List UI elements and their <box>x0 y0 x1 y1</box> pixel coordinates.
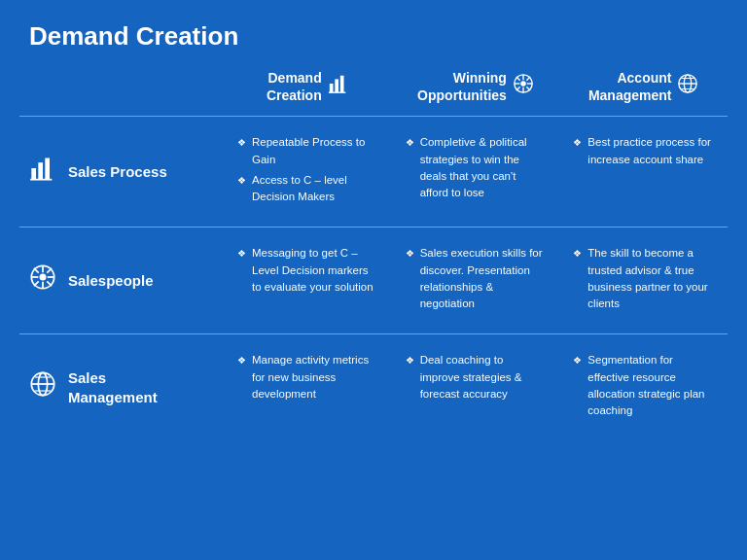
header-demand-creation: DemandCreation <box>224 61 392 112</box>
main-container: DemandCreation WinningOpportunities <box>0 61 747 450</box>
svg-rect-0 <box>330 84 334 92</box>
globe-header-icon <box>677 73 698 100</box>
svg-rect-20 <box>38 163 43 181</box>
bullet-text: Access to C – level Decision Makers <box>252 172 378 206</box>
sales-management-row: SalesManagement ❖ Manage activity metric… <box>19 333 728 440</box>
svg-point-13 <box>520 81 526 87</box>
svg-rect-19 <box>31 168 36 180</box>
aperture-header-icon <box>513 73 534 100</box>
sales-management-icon <box>29 370 56 404</box>
svg-point-32 <box>40 274 47 281</box>
header-account-management: AccountManagement <box>559 61 728 112</box>
sales-management-demand: ❖ Manage activity metrics for new busine… <box>224 348 392 427</box>
bullet-item: ❖ Access to C – level Decision Makers <box>237 172 378 206</box>
svg-rect-21 <box>45 158 50 180</box>
bullet-diamond: ❖ <box>573 135 582 150</box>
bullet-item: ❖ Manage activity metrics for new busine… <box>237 352 378 402</box>
bullet-text: Manage activity metrics for new business… <box>252 352 378 402</box>
bullet-diamond: ❖ <box>406 353 414 368</box>
bullet-item: ❖ The skill to become a trusted advisor … <box>573 245 714 312</box>
bullet-item: ❖ Completive & political strategies to w… <box>406 134 547 201</box>
sales-process-row: Sales Process ❖ Repeatable Process to Ga… <box>19 116 728 227</box>
bullet-diamond: ❖ <box>237 173 246 188</box>
header-row: DemandCreation WinningOpportunities <box>19 61 728 112</box>
bullet-item: ❖ Sales execution skills for discover. P… <box>406 245 547 312</box>
svg-line-26 <box>34 268 39 273</box>
bullet-diamond: ❖ <box>573 246 582 261</box>
sales-process-winning: ❖ Completive & political strategies to w… <box>392 130 560 213</box>
salespeople-header: Salespeople <box>19 241 224 320</box>
bullet-diamond: ❖ <box>406 246 414 261</box>
bullet-text: Deal coaching to improve strategies & fo… <box>420 352 547 402</box>
svg-rect-1 <box>335 80 338 93</box>
header-demand-creation-label: DemandCreation <box>267 69 322 104</box>
sales-process-account: ❖ Best practice process for increase acc… <box>559 130 728 213</box>
salespeople-icon <box>29 263 56 298</box>
header-account-management-label: AccountManagement <box>588 69 672 104</box>
sales-management-winning: ❖ Deal coaching to improve strategies & … <box>392 348 560 427</box>
svg-rect-2 <box>340 76 344 92</box>
bullet-text: Segmentation for effective resource allo… <box>587 352 714 419</box>
header-winning-opportunities-label: WinningOpportunities <box>417 69 507 104</box>
salespeople-row: Salespeople ❖ Messaging to get C – Level… <box>19 227 728 333</box>
salespeople-label: Salespeople <box>68 271 154 291</box>
bullet-text: The skill to become a trusted advisor & … <box>587 245 714 312</box>
svg-line-8 <box>526 88 530 91</box>
salespeople-demand: ❖ Messaging to get C – Level Decision ma… <box>224 241 392 320</box>
bullet-diamond: ❖ <box>406 135 414 150</box>
bar-chart-header-icon <box>328 73 349 100</box>
svg-line-11 <box>516 88 520 91</box>
salespeople-account: ❖ The skill to become a trusted advisor … <box>559 241 728 320</box>
sales-process-label: Sales Process <box>68 162 167 182</box>
bullet-text: Messaging to get C – Level Decision mark… <box>252 245 378 296</box>
svg-line-12 <box>526 77 530 81</box>
bullet-text: Completive & political strategies to win… <box>420 134 547 201</box>
header-winning-opportunities: WinningOpportunities <box>392 61 560 112</box>
bullet-item: ❖ Segmentation for effective resource al… <box>573 352 714 419</box>
sales-management-header: SalesManagement <box>19 348 224 427</box>
svg-line-7 <box>516 77 520 81</box>
header-empty <box>19 61 224 112</box>
bullet-item: ❖ Deal coaching to improve strategies & … <box>406 352 547 402</box>
bullet-item: ❖ Messaging to get C – Level Decision ma… <box>237 245 378 296</box>
page-title: Demand Creation <box>0 0 747 61</box>
bullet-text: Best practice process for increase accou… <box>587 134 714 168</box>
bullet-text: Repeatable Process to Gain <box>252 134 378 168</box>
bullet-text: Sales execution skills for discover. Pre… <box>420 245 547 312</box>
bullet-item: ❖ Repeatable Process to Gain <box>237 134 378 168</box>
bullet-item: ❖ Best practice process for increase acc… <box>573 134 714 168</box>
sales-process-header: Sales Process <box>19 130 224 213</box>
bullet-diamond: ❖ <box>237 135 246 150</box>
bullet-diamond: ❖ <box>573 353 582 368</box>
sales-process-icon <box>29 155 56 189</box>
svg-line-31 <box>47 268 52 273</box>
sales-process-demand: ❖ Repeatable Process to Gain ❖ Access to… <box>224 130 392 213</box>
salespeople-winning: ❖ Sales execution skills for discover. P… <box>392 241 560 320</box>
bullet-diamond: ❖ <box>237 353 246 368</box>
sales-management-account: ❖ Segmentation for effective resource al… <box>559 348 728 427</box>
svg-line-30 <box>34 282 39 287</box>
bullet-diamond: ❖ <box>237 246 246 261</box>
sales-management-label: SalesManagement <box>68 368 158 406</box>
svg-line-27 <box>47 282 52 287</box>
